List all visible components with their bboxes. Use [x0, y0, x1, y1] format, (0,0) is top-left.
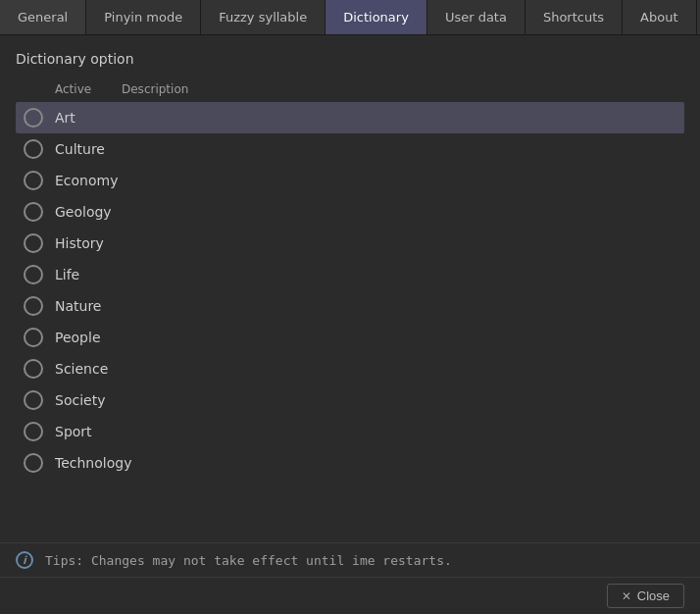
radio-geology[interactable] [24, 202, 43, 222]
tips-text: Tips: Changes may not take effect until … [45, 553, 452, 568]
radio-technology[interactable] [24, 453, 43, 473]
tab-bar: General Pinyin mode Fuzzy syllable Dicti… [0, 0, 700, 35]
dict-row-economy[interactable]: Economy [16, 165, 684, 196]
tips-row: i Tips: Changes may not take effect unti… [0, 543, 700, 577]
radio-nature[interactable] [24, 296, 43, 316]
content-area: Dictionary option Active Description Art… [0, 35, 700, 479]
dict-row-nature[interactable]: Nature [16, 290, 684, 322]
dict-row-science[interactable]: Science [16, 353, 684, 384]
dict-label-people: People [55, 330, 101, 345]
tab-pinyin[interactable]: Pinyin mode [86, 0, 201, 34]
close-label: Close [637, 588, 670, 603]
dict-label-art: Art [55, 110, 75, 126]
dict-row-geology[interactable]: Geology [16, 196, 684, 228]
dict-row-life[interactable]: Life [16, 259, 684, 290]
dict-row-sport[interactable]: Sport [16, 416, 684, 447]
tab-general[interactable]: General [0, 0, 86, 34]
radio-science[interactable] [24, 359, 43, 379]
dict-row-art[interactable]: Art [16, 102, 684, 133]
dict-row-people[interactable]: People [16, 322, 684, 353]
radio-art[interactable] [24, 108, 43, 128]
dict-label-history: History [55, 235, 104, 251]
dict-label-sport: Sport [55, 424, 92, 439]
dict-label-culture: Culture [55, 141, 105, 157]
tab-dictionary[interactable]: Dictionary [325, 0, 427, 34]
radio-people[interactable] [24, 328, 43, 347]
col-active-header: Active [55, 82, 114, 96]
table-header: Active Description [16, 78, 684, 100]
dict-label-economy: Economy [55, 173, 118, 188]
dict-row-culture[interactable]: Culture [16, 133, 684, 165]
dict-row-society[interactable]: Society [16, 384, 684, 416]
dictionary-list: Art Culture Economy Geology History Life… [16, 102, 684, 479]
dict-label-geology: Geology [55, 204, 112, 220]
dict-row-history[interactable]: History [16, 228, 684, 259]
close-bar: ✕ Close [0, 577, 700, 614]
radio-life[interactable] [24, 265, 43, 284]
dict-label-nature: Nature [55, 298, 101, 314]
close-button[interactable]: ✕ Close [607, 584, 684, 608]
tab-about[interactable]: About [623, 0, 696, 34]
radio-society[interactable] [24, 390, 43, 410]
tab-shortcuts[interactable]: Shortcuts [525, 0, 623, 34]
tab-fuzzy[interactable]: Fuzzy syllable [201, 0, 325, 34]
tab-userdata[interactable]: User data [427, 0, 525, 34]
dict-label-science: Science [55, 361, 108, 377]
dict-label-life: Life [55, 267, 79, 282]
close-x-icon: ✕ [622, 589, 631, 603]
radio-economy[interactable] [24, 171, 43, 190]
dict-label-technology: Technology [55, 455, 131, 471]
info-icon: i [16, 551, 33, 569]
radio-culture[interactable] [24, 139, 43, 159]
radio-history[interactable] [24, 233, 43, 253]
section-title: Dictionary option [16, 51, 684, 67]
dict-row-technology[interactable]: Technology [16, 447, 684, 479]
radio-sport[interactable] [24, 422, 43, 441]
dict-label-society: Society [55, 392, 105, 408]
col-description-header: Description [122, 82, 676, 96]
footer-bar: i Tips: Changes may not take effect unti… [0, 542, 700, 614]
